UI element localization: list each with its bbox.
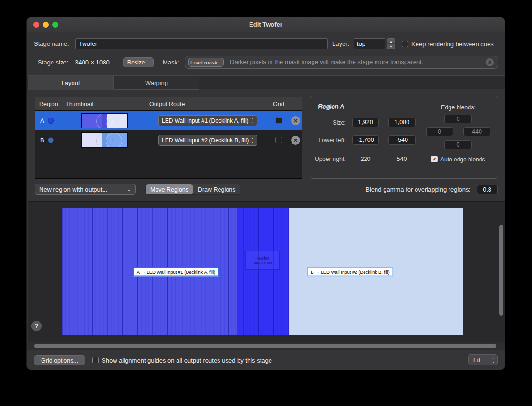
lower-left-label: Lower left: — [313, 137, 346, 144]
size-label: Size: — [313, 119, 346, 126]
upper-right-x-value: 220 — [352, 156, 379, 162]
region-a-color-dot — [48, 118, 54, 124]
edge-blend-bottom-field[interactable]: 0 — [444, 140, 472, 149]
keep-rendering-label: Keep rendering between cues — [411, 41, 494, 48]
horizontal-scrollbar-thumb[interactable] — [34, 344, 496, 348]
select-chevrons-icon: ⌃⌄ — [251, 118, 254, 123]
select-chevrons-icon: ⌃⌄ — [492, 358, 495, 363]
column-header-output-route: Output Route — [149, 101, 185, 107]
edit-stage-window: Edit Twofer Stage name: Layer: top ▲ ▼ K… — [26, 17, 505, 370]
stage-canvas-area[interactable]: Twofer 3400×1080 A → LED Wall Input #1 (… — [28, 201, 505, 342]
region-b-id: B — [40, 137, 44, 144]
stage-center-label-name: Twofer — [256, 256, 270, 261]
region-b-grid-checkbox[interactable] — [275, 137, 282, 143]
region-b-thumbnail — [81, 132, 128, 148]
column-header-region: Region — [39, 101, 58, 107]
tab-warping[interactable]: Warping — [114, 76, 199, 90]
upper-right-label: Upper right: — [310, 156, 346, 162]
blend-gamma-label: Blend gamma for overlapping regions: — [361, 186, 470, 193]
region-a-output-route-select[interactable]: LED Wall Input #1 (Decklink A, fill) ⌃⌄ — [158, 115, 257, 126]
stage-size-label: Stage size: — [38, 59, 68, 66]
auto-edge-blends-label: Auto edge blends — [440, 156, 485, 163]
title-bar: Edit Twofer — [27, 17, 505, 32]
vertical-scrollbar-thumb[interactable] — [499, 225, 503, 316]
alignment-guides-label: Show alignment guides on all output rout… — [102, 357, 272, 364]
stepper-down-icon[interactable]: ▼ — [387, 44, 395, 49]
regions-table-header: Region Thumbnail Output Route Grid — [35, 97, 302, 111]
zoom-fit-select[interactable]: Fit ⌃⌄ — [468, 354, 498, 365]
column-header-grid: Grid — [273, 101, 284, 107]
draw-regions-segment[interactable]: Draw Regions — [193, 184, 240, 194]
clear-mask-icon[interactable]: ✕ — [486, 58, 494, 66]
layer-input[interactable]: top — [354, 38, 385, 49]
stage-grid-svg — [62, 208, 463, 335]
region-b-stage-label: B → LED Wall Input #2 (Decklink B, fill) — [307, 267, 393, 277]
chevron-down-icon: ⌄ — [127, 187, 131, 192]
select-chevrons-icon: ⌃⌄ — [251, 138, 254, 143]
lower-left-y-field[interactable]: -540 — [388, 135, 416, 145]
region-a-id: A — [40, 117, 44, 124]
size-width-field[interactable]: 1,920 — [352, 118, 379, 127]
edge-blend-top-field[interactable]: 0 — [444, 115, 472, 123]
edge-blend-left-field[interactable]: 0 — [426, 127, 453, 136]
region-b-output-route-value: LED Wall Input #2 (Decklink B, fill) — [162, 137, 249, 144]
stage-name-label: Stage name: — [34, 40, 69, 47]
footer-bar: Grid options... Show alignment guides on… — [27, 350, 505, 370]
stage-center-label-size: 3400×1080 — [253, 261, 272, 265]
tab-layout[interactable]: Layout — [28, 76, 114, 90]
help-button[interactable]: ? — [31, 321, 42, 331]
size-height-field[interactable]: 1,080 — [388, 118, 416, 127]
window-title: Edit Twofer — [27, 21, 505, 28]
regions-table: Region Thumbnail Output Route Grid A LED… — [35, 97, 302, 179]
region-b-color-dot — [48, 137, 54, 143]
vertical-scrollbar[interactable] — [498, 202, 505, 342]
region-a-thumbnail — [81, 113, 128, 128]
zoom-fit-value: Fit — [473, 357, 480, 363]
stage-visualization[interactable]: Twofer 3400×1080 A → LED Wall Input #1 (… — [62, 208, 463, 335]
alignment-guides-checkbox[interactable] — [92, 357, 99, 363]
tab-strip: Layout Warping — [27, 75, 505, 89]
inspector-title-text: Region A — [318, 103, 344, 110]
load-mask-button[interactable]: Load mask... — [188, 58, 224, 67]
region-a-output-route-value: LED Wall Input #1 (Decklink A, fill) — [162, 118, 249, 124]
auto-edge-blends-checkbox[interactable]: ✓ — [431, 156, 438, 162]
table-row-region-a[interactable]: A LED Wall Input #1 (Decklink A, fill) ⌃… — [35, 111, 302, 130]
region-b-output-route-select[interactable]: LED Wall Input #2 (Decklink B, fill) ⌃⌄ — [158, 135, 257, 146]
grid-options-button[interactable]: Grid options... — [34, 355, 85, 365]
horizontal-scrollbar[interactable] — [27, 342, 505, 350]
region-a-grid-checkbox[interactable] — [275, 117, 282, 124]
region-a-stage-label: A → LED Wall Input #1 (Decklink A, fill) — [133, 267, 219, 277]
upper-right-y-value: 540 — [388, 156, 415, 162]
blend-gamma-field[interactable]: 0.8 — [477, 185, 498, 194]
edge-blends-label: Edge blends: — [441, 104, 476, 111]
new-region-dropdown[interactable]: New region with output... ⌄ — [35, 184, 136, 195]
stage-name-input[interactable] — [75, 38, 328, 49]
stage-size-value: 3400 × 1080 — [75, 59, 110, 66]
stepper-up-icon[interactable]: ▲ — [387, 39, 395, 44]
stage-center-label: Twofer 3400×1080 — [245, 251, 280, 270]
region-a-delete-button[interactable]: ✕ — [291, 116, 300, 125]
new-region-dropdown-value: New region with output... — [39, 186, 107, 193]
mask-placeholder-text: Darker pixels in the mask image will mak… — [230, 58, 423, 65]
edge-blend-right-field[interactable]: 440 — [463, 127, 490, 136]
layer-stepper[interactable]: ▲ ▼ — [387, 38, 395, 49]
region-mode-segmented-control: Move Regions Draw Regions — [145, 184, 240, 195]
lower-left-x-field[interactable]: -1,700 — [352, 135, 379, 145]
mask-label: Mask: — [163, 59, 179, 66]
mask-field[interactable]: Load mask... Darker pixels in the mask i… — [185, 56, 498, 69]
column-header-thumbnail: Thumbnail — [65, 101, 93, 107]
resize-button[interactable]: Resize... — [123, 57, 154, 67]
table-row-region-b[interactable]: B LED Wall Input #2 (Decklink B, fill) ⌃… — [35, 130, 302, 150]
move-regions-segment[interactable]: Move Regions — [146, 184, 193, 194]
layer-label: Layer: — [332, 40, 349, 47]
keep-rendering-checkbox[interactable] — [402, 41, 408, 47]
region-b-delete-button[interactable]: ✕ — [291, 136, 300, 145]
